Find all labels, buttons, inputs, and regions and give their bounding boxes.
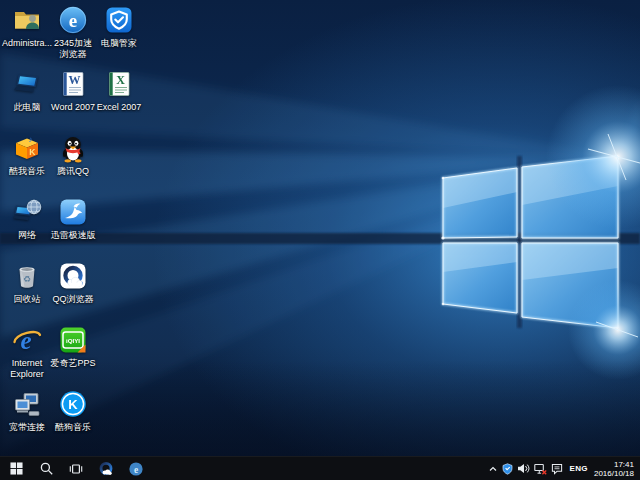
taskbar-2345-browser-button[interactable]: e bbox=[121, 457, 151, 480]
svg-text:K: K bbox=[68, 397, 78, 412]
desktop-icon-tencent-qq[interactable]: 腾讯QQ bbox=[50, 133, 96, 177]
desktop-icon-label: 回收站 bbox=[14, 294, 41, 305]
broadband-connection-icon bbox=[12, 389, 42, 419]
desktop-icon-word-2007[interactable]: W Word 2007 bbox=[50, 69, 96, 113]
hidden-icons-button[interactable] bbox=[488, 464, 498, 474]
desktop-icon-label: 酷我音乐 bbox=[9, 166, 45, 177]
clock-date: 2016/10/18 bbox=[594, 469, 634, 478]
search-button[interactable] bbox=[31, 457, 61, 480]
user-folder-icon bbox=[12, 5, 42, 35]
tray-pc-manager-button[interactable] bbox=[502, 463, 513, 475]
desktop-icon-label: 酷狗音乐 bbox=[55, 422, 91, 433]
desktop-icon-label: Administra... bbox=[2, 38, 52, 49]
system-tray: ENG 17:41 2016/10/18 bbox=[488, 457, 640, 480]
network-error-icon bbox=[534, 463, 547, 475]
svg-text:K: K bbox=[29, 147, 36, 157]
task-view-button[interactable] bbox=[61, 457, 91, 480]
taskbar-qq-browser-button[interactable] bbox=[91, 457, 121, 480]
tencent-pc-manager-shield-icon bbox=[104, 5, 134, 35]
desktop-icon-label: 2345加速浏览器 bbox=[50, 38, 96, 60]
desktop-icon-2345-browser[interactable]: e 2345加速浏览器 bbox=[50, 5, 96, 60]
clock-time: 17:41 bbox=[614, 460, 634, 469]
excel-spreadsheet-icon: X bbox=[104, 69, 134, 99]
computer-icon bbox=[12, 69, 42, 99]
svg-text:e: e bbox=[134, 464, 138, 474]
svg-text:♪: ♪ bbox=[29, 135, 33, 144]
ie-icon: e bbox=[12, 325, 42, 355]
action-center-button[interactable] bbox=[551, 463, 563, 475]
desktop-icon-label: Word 2007 bbox=[51, 102, 95, 113]
qq-browser-icon bbox=[58, 261, 88, 291]
desktop-icon-this-pc[interactable]: 此电脑 bbox=[4, 69, 50, 113]
svg-text:e: e bbox=[20, 327, 31, 354]
windows-start-icon bbox=[10, 462, 23, 475]
desktop-icon-label: 电脑管家 bbox=[101, 38, 137, 49]
desktop-icon-kuwo-music[interactable]: K ♪ 酷我音乐 bbox=[4, 133, 50, 177]
desktop-icon-excel-2007[interactable]: X Excel 2007 bbox=[96, 69, 142, 113]
network-status-button[interactable] bbox=[534, 463, 547, 475]
taskbar: e bbox=[0, 456, 640, 480]
desktop-icon-qq-browser[interactable]: QQ浏览器 bbox=[50, 261, 96, 305]
kuwo-music-box-icon: K ♪ bbox=[12, 133, 42, 163]
kugou-music-icon: K bbox=[58, 389, 88, 419]
svg-text:W: W bbox=[69, 73, 81, 87]
desktop-icon-label: Internet Explorer bbox=[4, 358, 50, 380]
clock[interactable]: 17:41 2016/10/18 bbox=[594, 460, 635, 478]
desktop-icon-label: 迅雷极速版 bbox=[51, 230, 96, 241]
desktop-icon-recycle-bin[interactable]: ♻ 回收站 bbox=[4, 261, 50, 305]
network-globe-icon bbox=[12, 197, 42, 227]
svg-text:e: e bbox=[69, 10, 77, 31]
chevron-up-icon bbox=[488, 464, 498, 474]
desktop[interactable]: Administra... e 2345加速浏览器 电脑管家 bbox=[0, 0, 640, 456]
desktop-icon-label: 宽带连接 bbox=[9, 422, 45, 433]
svg-text:♻: ♻ bbox=[23, 274, 31, 284]
svg-text:X: X bbox=[116, 73, 125, 87]
desktop-icon-network[interactable]: 网络 bbox=[4, 197, 50, 241]
2345-explorer-icon: e bbox=[58, 5, 88, 35]
desktop-icon-broadband[interactable]: 宽带连接 bbox=[4, 389, 50, 433]
desktop-icon-internet-explorer[interactable]: e Internet Explorer bbox=[4, 325, 50, 380]
task-view-icon bbox=[69, 463, 83, 475]
desktop-icon-label: 此电脑 bbox=[14, 102, 41, 113]
thunder-bird-icon bbox=[58, 197, 88, 227]
recycle-bin-icon: ♻ bbox=[12, 261, 42, 291]
action-center-icon bbox=[551, 463, 563, 475]
search-icon bbox=[40, 462, 53, 475]
qq-penguin-icon bbox=[58, 133, 88, 163]
shield-icon bbox=[502, 463, 513, 475]
desktop-icon-administrator[interactable]: Administra... bbox=[4, 5, 50, 49]
desktop-icon-xunlei[interactable]: 迅雷极速版 bbox=[50, 197, 96, 241]
iqiyi-icon: iQIYI bbox=[58, 325, 88, 355]
speaker-icon bbox=[517, 463, 530, 474]
desktop-icon-pc-manager[interactable]: 电脑管家 bbox=[96, 5, 142, 49]
word-document-icon: W bbox=[58, 69, 88, 99]
desktop-icon-iqiyi-pps[interactable]: iQIYI 爱奇艺PPS bbox=[50, 325, 96, 369]
desktop-icon-label: 爱奇艺PPS bbox=[50, 358, 95, 369]
desktop-icon-label: 网络 bbox=[18, 230, 36, 241]
taskbar-left-buttons: e bbox=[0, 457, 151, 480]
volume-button[interactable] bbox=[517, 463, 530, 474]
svg-text:iQIYI: iQIYI bbox=[66, 337, 80, 344]
desktop-icon-label: Excel 2007 bbox=[97, 102, 142, 113]
desktop-icon-label: QQ浏览器 bbox=[52, 294, 93, 305]
language-indicator[interactable]: ENG bbox=[567, 464, 590, 473]
desktop-icon-kugou-music[interactable]: K 酷狗音乐 bbox=[50, 389, 96, 433]
qq-browser-icon bbox=[98, 461, 114, 477]
2345-explorer-icon: e bbox=[128, 461, 144, 477]
start-button[interactable] bbox=[1, 457, 31, 480]
desktop-icon-label: 腾讯QQ bbox=[57, 166, 89, 177]
